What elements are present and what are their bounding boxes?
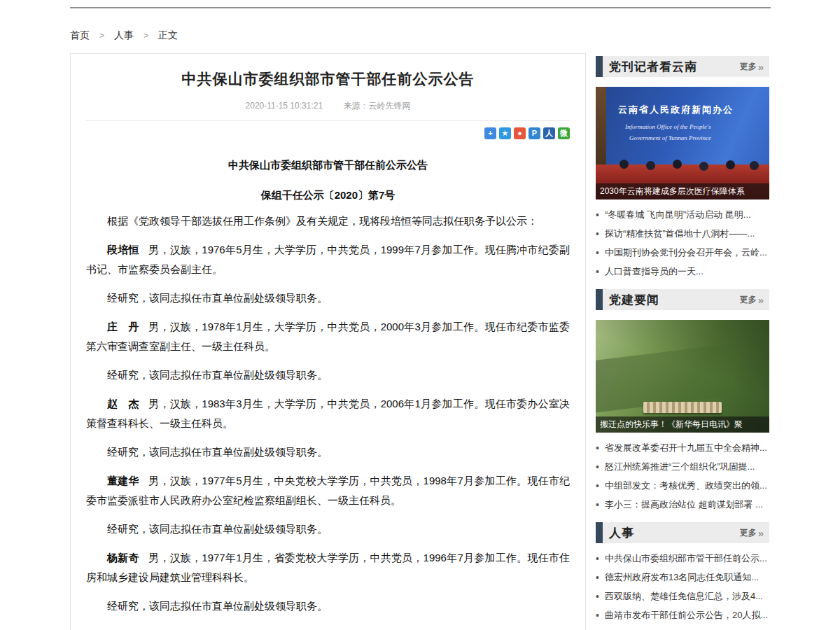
bullet-icon: • xyxy=(596,210,599,220)
article-source: 来源：云岭先锋网 xyxy=(343,101,410,111)
headline-item[interactable]: •探访“精准扶贫”首倡地十八洞村——... xyxy=(596,224,769,243)
people-silhouettes-graphic xyxy=(620,160,629,169)
headline-link[interactable]: 人口普查指导员的一天... xyxy=(605,265,704,278)
article-paragraph: 经研究，该同志拟任市直单位副处级领导职务。 xyxy=(86,288,570,308)
headline-link[interactable]: 李小三：提高政治站位 超前谋划部署 ... xyxy=(605,498,763,511)
bullet-icon: • xyxy=(596,229,599,239)
photo-caption: 2030年云南将建成多层次医疗保障体系 xyxy=(596,183,769,200)
article-paragraph: 经研究，该同志拟任市直单位副处级领导职务。 xyxy=(86,442,570,462)
headline-link[interactable]: 中共保山市委组织部市管干部任前公示... xyxy=(605,552,767,565)
article-paragraph: 杨新奇男，汉族，1977年1月生，省委党校大学学历，中共党员，1996年7月参加… xyxy=(86,548,570,587)
bullet-icon: • xyxy=(596,610,599,620)
headline-item[interactable]: •人口普查指导员的一天... xyxy=(596,262,769,281)
document-title: 中共保山市委组织部市管干部任前公示公告 xyxy=(86,159,570,172)
valley-village-photo[interactable]: 搬迁点的快乐事！《新华每日电讯》聚 xyxy=(596,320,769,433)
top-divider xyxy=(70,7,771,8)
article-paragraph: 庄 丹男，汉族，1978年1月生，大学学历，中共党员，2000年3月参加工作。现… xyxy=(86,317,570,356)
person-name: 杨新奇 xyxy=(107,552,139,564)
headline-list: •“冬暖春城 飞向昆明”活动启动 昆明... •探访“精准扶贫”首倡地十八洞村—… xyxy=(596,205,769,281)
document-number: 保组干任公示〔2020〕第7号 xyxy=(86,189,570,202)
headline-item[interactable]: •怒江州统筹推进“三个组织化”巩固提... xyxy=(596,457,769,476)
headline-item[interactable]: •李小三：提高政治站位 超前谋划部署 ... xyxy=(596,495,769,514)
headline-link[interactable]: “冬暖春城 飞向昆明”活动启动 昆明... xyxy=(605,209,751,221)
section-header: 人事 更多» xyxy=(596,522,769,543)
bullet-icon: • xyxy=(596,248,599,258)
wechat-share-icon[interactable]: 微 xyxy=(558,127,570,139)
header-accent-block xyxy=(596,289,603,310)
section-header: 党刊记者看云南 更多» xyxy=(596,56,769,77)
headline-item[interactable]: •西双版纳、楚雄任免信息汇总，涉及4... xyxy=(596,587,769,606)
headline-item[interactable]: •曲靖市发布干部任前公示公告，20人拟... xyxy=(596,606,769,624)
renren-share-icon[interactable]: 人 xyxy=(543,127,555,139)
more-link[interactable]: 更多» xyxy=(740,61,764,73)
village-graphic xyxy=(643,402,722,413)
breadcrumb: 首页 > 人事 > 正文 xyxy=(70,29,178,42)
headline-link[interactable]: 探访“精准扶贫”首倡地十八洞村——... xyxy=(605,227,755,240)
headline-link[interactable]: 怒江州统筹推进“三个组织化”巩固提... xyxy=(605,461,755,473)
photo-overlay-text: 云南省人民政府新闻办公 xyxy=(618,104,734,116)
headline-item[interactable]: •中组部发文：考核优秀、政绩突出的领... xyxy=(596,476,769,495)
tencent-weibo-share-icon[interactable]: P xyxy=(528,127,540,139)
article-paragraph: 经研究，该同志拟任市直单位副处级领导职务。 xyxy=(86,519,570,539)
person-name: 庄 丹 xyxy=(107,321,139,332)
paragraph-text: 男，汉族，1976年5月生，大学学历，中共党员，1999年7月参加工作。现任腾冲… xyxy=(86,244,570,275)
article-meta: 2020-11-15 10:31:21 来源：云岭先锋网 xyxy=(86,100,570,121)
article-title: 中共保山市委组织部市管干部任前公示公告 xyxy=(86,69,570,89)
headline-link[interactable]: 西双版纳、楚雄任免信息汇总，涉及4... xyxy=(605,590,763,603)
article-paragraph: 经研究，该同志拟任市直单位副处级领导职务。 xyxy=(86,596,570,616)
photo-overlay-text: Government of Yunnan Province xyxy=(629,134,711,141)
bullet-icon: • xyxy=(596,573,599,582)
breadcrumb-category[interactable]: 人事 xyxy=(114,29,134,42)
qzone-share-icon[interactable]: ★ xyxy=(499,127,511,139)
headline-item[interactable]: •“冬暖春城 飞向昆明”活动启动 昆明... xyxy=(596,205,769,224)
more-link[interactable]: 更多» xyxy=(740,527,764,539)
breadcrumb-separator-icon: > xyxy=(99,31,104,41)
press-conference-photo[interactable]: 云南省人民政府新闻办公 Information Office of the Pe… xyxy=(596,87,769,200)
headline-item[interactable]: •中共保山市委组织部市管干部任前公示... xyxy=(596,549,769,568)
headline-item[interactable]: •省发展改革委召开十九届五中全会精神... xyxy=(596,438,769,457)
bullet-icon: • xyxy=(596,592,599,601)
headline-link[interactable]: 曲靖市发布干部任前公示公告，20人拟... xyxy=(605,609,768,622)
paragraph-text: 经研究，该同志拟任市直单位副处级领导职务。 xyxy=(107,292,328,304)
section-title: 人事 xyxy=(609,525,740,541)
breadcrumb-home[interactable]: 首页 xyxy=(70,29,90,42)
share-plus-icon[interactable]: + xyxy=(484,127,496,139)
article-paragraph: 赵 杰男，汉族，1983年3月生，大学学历，中共党员，2006年1月参加工作。现… xyxy=(86,394,570,433)
headline-list: •中共保山市委组织部市管干部任前公示... •德宏州政府发布13名同志任免职通知… xyxy=(596,549,769,624)
person-name: 赵 杰 xyxy=(107,398,139,410)
headline-link[interactable]: 省发展改革委召开十九届五中全会精神... xyxy=(605,442,767,454)
article-body: 根据《党政领导干部选拔任用工作条例》及有关规定，现将段培恒等同志拟任职务予以公示… xyxy=(86,211,570,616)
publish-timestamp: 2020-11-15 10:31:21 xyxy=(246,101,323,111)
paragraph-text: 男，汉族，1978年1月生，大学学历，中共党员，2000年3月参加工作。现任市纪… xyxy=(86,321,570,352)
paragraph-text: 男，汉族，1983年3月生，大学学历，中共党员，2006年1月参加工作。现任市委… xyxy=(86,398,570,429)
headline-link[interactable]: 德宏州政府发布13名同志任免职通知... xyxy=(605,571,759,584)
more-link[interactable]: 更多» xyxy=(740,294,764,306)
photo-caption: 搬迁点的快乐事！《新华每日电讯》聚 xyxy=(596,416,769,433)
photo-overlay-text: Information Office of the People's xyxy=(625,123,710,130)
breadcrumb-separator-icon: > xyxy=(144,31,148,41)
headline-link[interactable]: 中国期刊协会党刊分会召开年会，云岭... xyxy=(605,246,767,259)
paragraph-text: 根据《党政领导干部选拔任用工作条例》及有关规定，现将段培恒等同志拟任职务予以公示… xyxy=(107,215,538,227)
paragraph-text: 男，汉族，1977年1月生，省委党校大学学历，中共党员，1996年7月参加工作。… xyxy=(86,552,570,583)
paragraph-text: 经研究，该同志拟任市直单位副处级领导职务。 xyxy=(107,600,328,612)
more-label: 更多 xyxy=(740,527,757,539)
paragraph-text: 经研究，该同志拟任市直单位副处级领导职务。 xyxy=(107,446,328,458)
article-card: 中共保山市委组织部市管干部任前公示公告 2020-11-15 10:31:21 … xyxy=(70,53,586,630)
header-accent-block xyxy=(596,56,603,77)
article-paragraph: 董建华男，汉族，1977年5月生，中央党校大学学历，中共党员，1998年7月参加… xyxy=(86,471,570,510)
headline-item[interactable]: •中国期刊协会党刊分会召开年会，云岭... xyxy=(596,243,769,262)
bullet-icon: • xyxy=(596,462,599,472)
sidebar: 党刊记者看云南 更多» 云南省人民政府新闻办公 Information Offi… xyxy=(596,56,769,630)
article-paragraph: 经研究，该同志拟任市直单位副处级领导职务。 xyxy=(86,365,570,385)
article-paragraph: 段培恒男，汉族，1976年5月生，大学学历，中共党员，1999年7月参加工作。现… xyxy=(86,240,570,279)
breadcrumb-current: 正文 xyxy=(158,29,178,42)
headline-link[interactable]: 中组部发文：考核优秀、政绩突出的领... xyxy=(605,479,767,492)
bullet-icon: • xyxy=(596,500,599,510)
double-chevron-icon: » xyxy=(758,528,764,538)
person-name: 段培恒 xyxy=(107,244,139,255)
double-chevron-icon: » xyxy=(758,62,764,72)
paragraph-text: 经研究，该同志拟任市直单位副处级领导职务。 xyxy=(107,523,328,535)
headline-item[interactable]: •德宏州政府发布13名同志任免职通知... xyxy=(596,568,769,587)
sina-weibo-share-icon[interactable]: ● xyxy=(514,127,526,139)
section-title: 党建要闻 xyxy=(609,292,740,308)
